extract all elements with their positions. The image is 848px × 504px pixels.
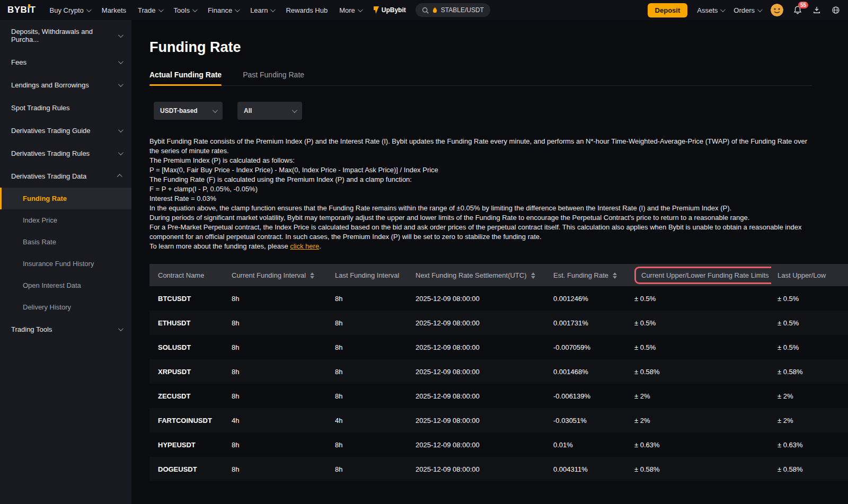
sidebar-subitem-basis-rate[interactable]: Basis Rate — [0, 231, 131, 253]
chevron-down-icon — [358, 7, 363, 12]
sidebar-item-spot-trading-rules[interactable]: Spot Trading Rules — [0, 96, 131, 119]
chevron-down-icon — [720, 7, 726, 12]
description-line: Interest Rate = 0.03% — [149, 194, 812, 204]
cell-last-limits: ± 0.5% — [771, 335, 848, 359]
deposit-button[interactable]: Deposit — [648, 3, 688, 17]
cell-last-limits: ± 0.5% — [771, 286, 848, 311]
cell-current-interval: 8h — [225, 335, 329, 359]
sidebar-item-label: Deposits, Withdrawals and Purcha... — [11, 28, 118, 43]
nav-trade[interactable]: Trade — [138, 6, 162, 14]
table-row[interactable]: ZECUSDT 8h 8h 2025-12-09 08:00:00 -0.006… — [149, 384, 848, 408]
cell-current-limits: ± 0.5% — [628, 286, 771, 311]
nav-buy-crypto[interactable]: Buy Crypto — [50, 6, 90, 14]
cell-last-interval: 8h — [329, 359, 409, 384]
nav-label: Finance — [208, 6, 232, 14]
cell-current-limits: ± 0.5% — [628, 335, 771, 359]
sidebar-subitem-funding-rate[interactable]: Funding Rate — [0, 188, 131, 209]
base-currency-select[interactable]: USDT-based — [154, 102, 223, 120]
notifications-button[interactable]: 55 — [793, 5, 802, 15]
nav-tools[interactable]: Tools — [174, 6, 196, 14]
sidebar-item-lendings-borrowings[interactable]: Lendings and Borrowings — [0, 74, 131, 96]
sidebar: Deposits, Withdrawals and Purcha... Fees… — [0, 20, 131, 504]
cell-est-rate: -0.006139% — [547, 384, 628, 408]
footer-text: . — [319, 242, 321, 250]
table-row[interactable]: XRPUSDT 8h 8h 2025-12-09 08:00:00 0.0014… — [149, 359, 848, 384]
tab-past-funding-rate[interactable]: Past Funding Rate — [243, 70, 304, 85]
search-hot-pair: STABLE/USDT — [441, 6, 484, 14]
cell-current-interval: 8h — [225, 286, 329, 311]
chevron-down-icon — [118, 127, 123, 132]
upbybit-link[interactable]: UpBybit — [373, 6, 406, 14]
category-select[interactable]: All — [237, 102, 302, 120]
sort-icon[interactable] — [613, 272, 617, 279]
sidebar-subitem-delivery-history[interactable]: Delivery History — [0, 296, 131, 318]
sidebar-subitem-label: Index Price — [23, 216, 57, 224]
sidebar-item-deposits-withdrawals[interactable]: Deposits, Withdrawals and Purcha... — [0, 20, 131, 51]
table-row[interactable]: HYPEUSDT 8h 8h 2025-12-09 08:00:00 0.01%… — [149, 432, 848, 457]
bybit-logo[interactable]: BYBIT — [7, 5, 36, 15]
search-icon — [422, 7, 429, 14]
cell-last-limits: ± 2% — [771, 408, 848, 432]
chevron-up-icon — [117, 174, 122, 179]
col-est-funding-rate: Est. Funding Rate — [547, 264, 628, 286]
notification-badge: 55 — [798, 2, 808, 8]
cell-current-interval: 8h — [225, 311, 329, 335]
sidebar-subitem-label: Basis Rate — [23, 238, 56, 246]
base-currency-value: USDT-based — [160, 107, 198, 114]
sort-icon[interactable] — [310, 272, 314, 279]
tabs: Actual Funding Rate Past Funding Rate — [149, 70, 812, 86]
cell-est-rate: 0.01% — [547, 432, 628, 457]
language-button[interactable] — [831, 5, 841, 15]
chevron-down-icon — [86, 7, 92, 12]
sidebar-subitem-label: Insurance Fund History — [23, 260, 94, 268]
nav-markets[interactable]: Markets — [102, 6, 126, 14]
cell-current-limits: ± 0.58% — [628, 359, 771, 384]
avatar[interactable] — [771, 4, 783, 16]
chevron-down-icon — [292, 108, 297, 113]
table-row[interactable]: DOGEUSDT 8h 8h 2025-12-09 08:00:00 0.004… — [149, 457, 848, 481]
cell-contract: ETHUSDT — [149, 311, 225, 335]
sidebar-item-fees[interactable]: Fees — [0, 51, 131, 74]
sidebar-item-derivatives-trading-rules[interactable]: Derivatives Trading Rules — [0, 142, 131, 165]
sidebar-item-label: Spot Trading Rules — [11, 104, 70, 112]
nav-rewards-hub[interactable]: Rewards Hub — [286, 6, 328, 14]
funding-rate-description: Bybit Funding Rate consists of the Premi… — [149, 137, 812, 251]
nav-label: Trade — [138, 6, 155, 14]
sidebar-item-derivatives-trading-guide[interactable]: Derivatives Trading Guide — [0, 119, 131, 142]
sort-icon[interactable] — [531, 272, 535, 279]
table-row[interactable]: SOLUSDT 8h 8h 2025-12-09 08:00:00 -0.007… — [149, 335, 848, 359]
nav-learn[interactable]: Learn — [250, 6, 274, 14]
chevron-down-icon — [118, 59, 123, 64]
cell-contract: FARTCOINUSDT — [149, 408, 225, 432]
table-row[interactable]: ETHUSDT 8h 8h 2025-12-09 08:00:00 0.0017… — [149, 311, 848, 335]
cell-contract: BTCUSDT — [149, 286, 225, 311]
chevron-down-icon — [118, 82, 123, 87]
bybit-logo-text: BYBIT — [7, 5, 36, 15]
orders-menu[interactable]: Orders — [734, 6, 761, 14]
sidebar-item-derivatives-trading-data[interactable]: Derivatives Trading Data — [0, 165, 131, 188]
cell-next-settlement: 2025-12-09 08:00:00 — [409, 457, 547, 481]
click-here-link[interactable]: click here — [290, 242, 319, 250]
sidebar-subitem-insurance-fund-history[interactable]: Insurance Fund History — [0, 253, 131, 275]
sidebar-item-label: Trading Tools — [11, 325, 52, 333]
table-row[interactable]: BTCUSDT 8h 8h 2025-12-09 08:00:00 0.0012… — [149, 286, 848, 311]
tab-actual-funding-rate[interactable]: Actual Funding Rate — [149, 70, 222, 85]
description-line: During periods of significant market vol… — [149, 213, 812, 223]
nav-more[interactable]: More — [339, 6, 361, 14]
cell-current-interval: 4h — [225, 408, 329, 432]
cell-est-rate: -0.03051% — [547, 408, 628, 432]
table-row[interactable]: FARTCOINUSDT 4h 4h 2025-12-09 08:00:00 -… — [149, 408, 848, 432]
globe-icon — [831, 5, 841, 15]
nav-finance[interactable]: Finance — [208, 6, 238, 14]
assets-menu[interactable]: Assets — [697, 6, 724, 14]
nav-label: Learn — [250, 6, 268, 14]
sidebar-item-trading-tools[interactable]: Trading Tools — [0, 318, 131, 341]
search-input[interactable]: STABLE/USDT — [416, 3, 490, 17]
chevron-down-icon — [118, 32, 123, 38]
sidebar-subitem-index-price[interactable]: Index Price — [0, 209, 131, 231]
download-app-button[interactable] — [812, 5, 822, 15]
col-next-settlement: Next Funding Rate Settlement(UTC) — [409, 264, 547, 286]
description-line: The Funding Rate (F) is calculated using… — [149, 175, 812, 184]
sidebar-subitem-open-interest-data[interactable]: Open Interest Data — [0, 275, 131, 296]
nav-label: Buy Crypto — [50, 6, 84, 14]
